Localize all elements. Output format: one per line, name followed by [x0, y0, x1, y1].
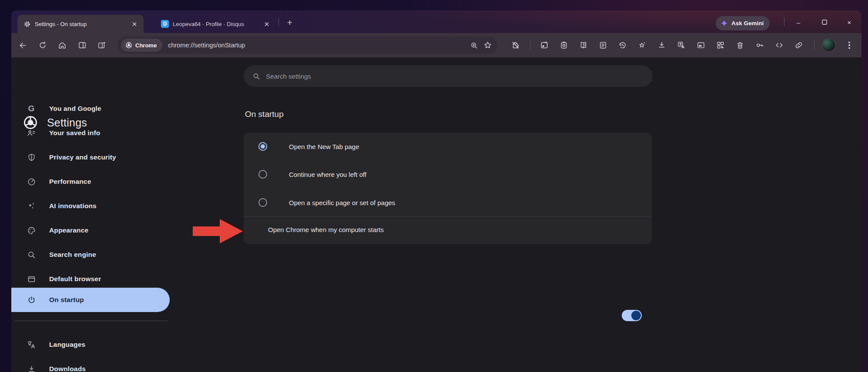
reading-list-icon[interactable]	[576, 37, 591, 53]
sidebar-item-saved-info[interactable]: Your saved info	[11, 121, 170, 145]
address-bar[interactable]: Chrome chrome://settings/onStartup	[117, 37, 497, 54]
tab-divider	[278, 18, 279, 26]
new-tab-button[interactable]: +	[283, 16, 297, 30]
radio-unchecked-icon[interactable]	[258, 170, 267, 179]
tab-settings[interactable]: Settings - On startup ✕	[17, 15, 144, 33]
home-icon[interactable]	[54, 37, 70, 53]
toolbar-divider	[814, 41, 814, 50]
ai-sparkle-icon	[26, 202, 37, 211]
close-button[interactable]: ×	[840, 15, 858, 30]
toolbar-divider	[530, 41, 530, 50]
url-text[interactable]: chrome://settings/onStartup	[168, 42, 467, 49]
sidebar-item-languages[interactable]: Languages	[11, 332, 170, 357]
translate-page-icon[interactable]	[674, 37, 689, 53]
downloads-tray-icon[interactable]	[654, 37, 670, 53]
sidebar-item-downloads[interactable]: Downloads	[11, 357, 170, 372]
caption-divider	[784, 17, 784, 26]
gemini-sparkle-icon	[721, 20, 728, 27]
saved-info-icon	[26, 128, 37, 138]
browser-window-icon	[26, 275, 37, 284]
sidebar-item-privacy[interactable]: Privacy and security	[11, 145, 170, 169]
sidebar-item-appearance[interactable]: Appearance	[11, 218, 170, 242]
chrome-logo-icon	[125, 42, 132, 49]
tab-title: Settings - On startup	[35, 21, 126, 27]
sidebar-item-ai-innovations[interactable]: AI innovations	[11, 194, 170, 218]
open-chrome-on-startup-row[interactable]: Open Chrome when my computer starts	[244, 217, 652, 244]
notes-icon[interactable]	[595, 37, 611, 53]
site-chip[interactable]: Chrome	[121, 39, 162, 52]
sidebar-item-on-startup[interactable]: On startup	[11, 288, 170, 312]
link-icon[interactable]	[791, 37, 807, 53]
tab-close-icon[interactable]: ✕	[262, 19, 271, 29]
maximize-button[interactable]	[815, 15, 834, 30]
extensions-off-icon[interactable]	[508, 37, 523, 53]
sidebar-item-search-engine[interactable]: Search engine	[11, 242, 170, 267]
speedometer-icon	[26, 177, 37, 186]
search-icon	[252, 72, 260, 80]
ask-gemini-label: Ask Gemini	[731, 20, 764, 27]
passwords-key-icon[interactable]	[752, 37, 767, 53]
tab-capture-icon[interactable]	[536, 37, 552, 53]
history-icon[interactable]	[615, 37, 630, 53]
screenshot-icon[interactable]	[556, 37, 572, 53]
side-panel-sparkle-icon[interactable]	[94, 37, 110, 53]
maximize-icon	[822, 20, 827, 25]
sidebar-item-performance[interactable]: Performance	[11, 169, 170, 194]
dev-code-icon[interactable]	[771, 37, 787, 53]
search-settings-input[interactable]	[266, 73, 644, 80]
radio-checked-icon[interactable]	[258, 142, 267, 151]
toolbar: Chrome chrome://settings/onStartup	[11, 33, 861, 57]
tab-strip: Settings - On startup ✕ D Leopeva64 · Pr…	[11, 10, 861, 33]
disqus-icon: D	[161, 20, 169, 28]
power-icon	[26, 296, 37, 305]
section-heading: On startup	[245, 110, 284, 119]
settings-page: Settings G You and Google Your saved inf…	[11, 57, 861, 372]
delete-icon[interactable]	[732, 37, 748, 53]
side-panel-icon[interactable]	[74, 37, 90, 53]
minimize-button[interactable]: –	[789, 15, 808, 30]
tab-disqus[interactable]: D Leopeva64 · Profile · Disqus ✕	[155, 15, 276, 33]
profile-avatar[interactable]	[822, 38, 835, 52]
back-icon[interactable]	[15, 37, 30, 53]
gear-icon	[23, 20, 31, 28]
radio-unchecked-icon[interactable]	[258, 198, 267, 207]
picture-in-picture-icon[interactable]	[693, 37, 709, 53]
sidebar-divider	[15, 321, 168, 321]
reload-icon[interactable]	[35, 37, 50, 53]
search-settings-field[interactable]	[244, 65, 653, 87]
search-icon	[26, 250, 37, 259]
qr-code-icon[interactable]	[713, 37, 728, 53]
red-arrow-annotation	[193, 219, 243, 243]
shield-icon	[26, 153, 37, 162]
translate-icon	[26, 340, 37, 349]
download-icon	[26, 365, 37, 372]
palette-icon	[26, 226, 37, 235]
sidebar-item-you-and-google[interactable]: G You and Google	[11, 96, 170, 121]
startup-options-card: Open the New Tab page Continue where you…	[244, 133, 652, 244]
kebab-menu-icon[interactable]	[841, 37, 857, 53]
option-continue-where-left-off[interactable]: Continue where you left off	[244, 162, 652, 186]
option-open-specific-pages[interactable]: Open a specific page or set of pages	[244, 190, 652, 215]
ask-gemini-button[interactable]: Ask Gemini	[716, 16, 770, 30]
site-chip-label: Chrome	[135, 42, 157, 49]
zoom-icon[interactable]	[467, 38, 481, 52]
toggle-on[interactable]	[622, 310, 642, 321]
tab-title: Leopeva64 · Profile · Disqus	[173, 21, 258, 27]
bookmark-star-icon[interactable]	[481, 38, 495, 52]
tab-close-icon[interactable]: ✕	[130, 19, 139, 29]
google-g-icon: G	[26, 104, 37, 113]
browser-window: Settings - On startup ✕ D Leopeva64 · Pr…	[11, 10, 861, 372]
bookmarks-sparkle-icon[interactable]	[634, 37, 650, 53]
option-open-new-tab[interactable]: Open the New Tab page	[244, 134, 652, 159]
